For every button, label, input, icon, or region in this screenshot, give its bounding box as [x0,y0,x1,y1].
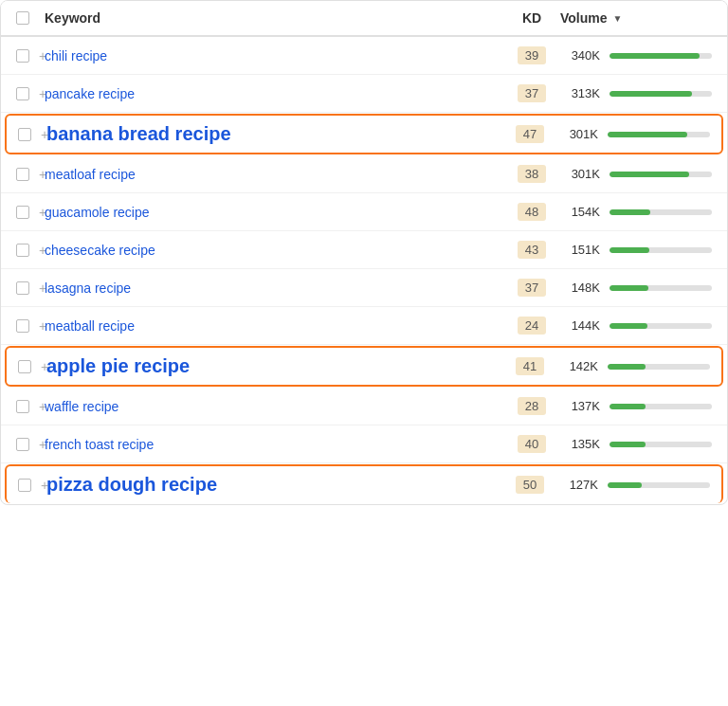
row-checkbox[interactable] [16,206,29,219]
table-row: + meatball recipe 24 144K [1,307,727,345]
kd-cell: 43 [503,241,560,259]
volume-bar-fill [610,53,700,59]
row-check-col: + [18,127,46,142]
row-checkbox[interactable] [16,87,29,100]
row-checkbox[interactable] [16,319,29,333]
volume-bar-bg [610,442,712,447]
row-checkbox[interactable] [16,244,29,257]
volume-bar-fill [610,172,689,177]
kd-badge: 48 [518,203,546,221]
volume-bar-fill [610,285,648,291]
volume-text: 144K [560,318,600,333]
row-check-col: + [16,318,45,334]
keyword-cell[interactable]: lasagna recipe [45,281,503,296]
table-row: + pancake recipe 37 313K [1,75,727,113]
table-row: + meatloaf recipe 38 301K [1,155,727,193]
volume-cell: 144K [560,318,712,333]
kd-badge: 37 [518,279,546,297]
table-row: + guacamole recipe 48 154K [1,193,727,231]
keyword-table: Keyword KD Volume ▼ + chili recipe 39 34… [0,0,728,505]
keyword-cell[interactable]: apple pie recipe [46,355,501,377]
keyword-cell[interactable]: banana bread recipe [46,123,501,145]
row-check-col: + [18,359,46,374]
keyword-cell[interactable]: pancake recipe [45,86,503,101]
keyword-cell[interactable]: french toast recipe [45,437,503,452]
table-row: + pizza dough recipe 50 127K [5,464,723,503]
row-check-col: + [16,86,45,101]
row-check-col: + [16,399,45,414]
keyword-header: Keyword [45,10,503,26]
volume-cell: 142K [558,359,710,373]
table-row: + banana bread recipe 47 301K [5,114,723,154]
volume-text: 340K [560,48,600,63]
kd-cell: 48 [503,203,560,221]
volume-bar-bg [610,53,712,59]
kd-badge: 24 [518,317,546,335]
keyword-cell[interactable]: guacamole recipe [45,205,503,220]
table-row: + waffle recipe 28 137K [1,388,727,425]
table-row: + apple pie recipe 41 142K [5,346,723,387]
volume-text: 137K [560,399,600,413]
volume-bar-bg [610,209,712,215]
row-checkbox[interactable] [16,49,29,63]
kd-badge: 50 [516,476,544,494]
row-checkbox[interactable] [16,168,29,181]
row-check-col: + [16,281,45,296]
kd-cell: 47 [501,125,558,143]
volume-cell: 340K [560,48,712,63]
keyword-cell[interactable]: waffle recipe [45,399,503,414]
volume-text: 301K [560,167,600,181]
volume-text: 301K [558,127,598,141]
row-check-col: + [16,243,45,258]
keyword-cell[interactable]: meatball recipe [45,318,503,334]
row-checkbox[interactable] [18,128,31,141]
row-checkbox[interactable] [16,400,29,413]
row-checkbox[interactable] [18,479,31,492]
volume-bar-bg [608,364,710,370]
keyword-cell[interactable]: meatloaf recipe [45,167,503,182]
volume-cell: 154K [560,205,712,219]
row-checkbox[interactable] [16,281,29,295]
table-header: Keyword KD Volume ▼ [1,1,727,37]
table-row: + chili recipe 39 340K [1,37,727,75]
kd-cell: 37 [503,279,560,297]
keyword-cell[interactable]: chili recipe [45,48,503,63]
row-checkbox[interactable] [16,438,29,451]
kd-cell: 38 [503,165,560,183]
row-check-col: + [16,205,45,220]
kd-header: KD [503,10,560,26]
keyword-cell[interactable]: cheesecake recipe [45,243,503,258]
table-row: + cheesecake recipe 43 151K [1,231,727,269]
volume-text: 127K [558,478,598,492]
volume-cell: 148K [560,281,712,295]
volume-bar-fill [610,209,650,215]
header-check-col [16,11,45,25]
kd-cell: 41 [501,357,558,375]
select-all-checkbox[interactable] [16,11,29,25]
volume-cell: 313K [560,86,712,100]
kd-cell: 40 [503,435,560,453]
row-checkbox[interactable] [18,360,31,373]
kd-cell: 50 [501,476,558,494]
table-row: + lasagna recipe 37 148K [1,269,727,307]
volume-header: Volume ▼ [560,10,712,26]
kd-cell: 37 [503,84,560,102]
volume-bar-bg [610,247,712,253]
volume-cell: 151K [560,243,712,257]
volume-cell: 137K [560,399,712,413]
volume-bar-bg [610,91,712,97]
volume-bar-fill [608,364,646,370]
volume-bar-fill [610,442,646,447]
keyword-cell[interactable]: pizza dough recipe [46,474,501,496]
sort-desc-icon[interactable]: ▼ [613,13,623,24]
volume-cell: 301K [560,167,712,181]
volume-bar-fill [608,132,687,137]
volume-cell: 301K [558,127,710,141]
kd-cell: 39 [503,46,560,64]
table-row: + french toast recipe 40 135K [1,425,727,463]
volume-bar-fill [610,404,646,409]
volume-bar-bg [610,404,712,409]
volume-text: 313K [560,86,600,100]
volume-bar-fill [610,323,647,329]
volume-bar-bg [610,285,712,291]
